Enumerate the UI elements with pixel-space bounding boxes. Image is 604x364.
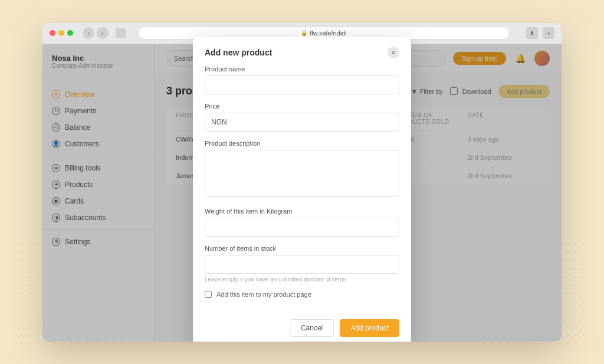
stock-input[interactable]: [205, 255, 399, 274]
add-product-modal: Add new product × Product name Price: [193, 44, 411, 342]
upload-icon[interactable]: ⬆: [526, 27, 538, 39]
weight-label: Weight of this item in Kilogram: [205, 208, 399, 215]
app-layout: Nosa Inc Company Administrator ● Overvie…: [42, 44, 562, 342]
description-label: Product description: [205, 140, 399, 147]
cancel-button[interactable]: Cancel: [290, 319, 334, 337]
modal-title: Add new product: [205, 48, 272, 57]
product-name-input[interactable]: [205, 76, 399, 94]
tab-icon: [116, 28, 126, 38]
product-page-label: Add this item to my product page: [216, 291, 311, 298]
weight-input[interactable]: [205, 218, 399, 237]
stock-label: Number of items in stock: [205, 245, 399, 252]
modal-body: Product name Price Product description: [193, 65, 411, 319]
window-controls: [50, 30, 73, 36]
back-button[interactable]: ‹: [83, 27, 94, 39]
product-page-checkbox-row: Add this item to my product page: [205, 291, 399, 298]
weight-group: Weight of this item in Kilogram: [205, 208, 399, 237]
main-content: Sign up free! 🔔 3 products ▼ Filter by: [155, 44, 562, 342]
product-page-checkbox[interactable]: [205, 291, 212, 298]
price-input[interactable]: [205, 113, 399, 132]
stock-hint: Leave empty if you have an unlimited num…: [205, 276, 399, 283]
description-textarea[interactable]: [205, 150, 399, 197]
close-dot[interactable]: [50, 30, 55, 36]
maximize-dot[interactable]: [67, 30, 73, 36]
product-name-label: Product name: [205, 65, 399, 73]
price-group: Price: [205, 103, 399, 132]
browser-nav: ‹ ›: [83, 27, 109, 39]
product-name-group: Product name: [205, 65, 399, 94]
description-group: Product description: [205, 140, 399, 199]
stock-group: Number of items in stock Leave empty if …: [205, 245, 399, 283]
browser-action-buttons: ⬆ +: [526, 27, 554, 39]
forward-button[interactable]: ›: [97, 27, 109, 39]
lock-icon: 🔒: [301, 30, 307, 36]
new-tab-icon[interactable]: +: [543, 27, 554, 39]
add-product-submit-button[interactable]: Add product: [340, 319, 399, 337]
modal-overlay: Add new product × Product name Price: [155, 44, 562, 342]
modal-close-button[interactable]: ×: [388, 47, 399, 58]
modal-header: Add new product ×: [193, 44, 411, 65]
minimize-dot[interactable]: [58, 30, 64, 36]
url-text: flw.sale/ndidi: [310, 29, 346, 37]
browser-window: ‹ › 🔒 flw.sale/ndidi ⬆ + Nosa Inc Compan…: [42, 23, 562, 342]
price-label: Price: [205, 103, 399, 110]
modal-footer: Cancel Add product: [193, 319, 411, 342]
